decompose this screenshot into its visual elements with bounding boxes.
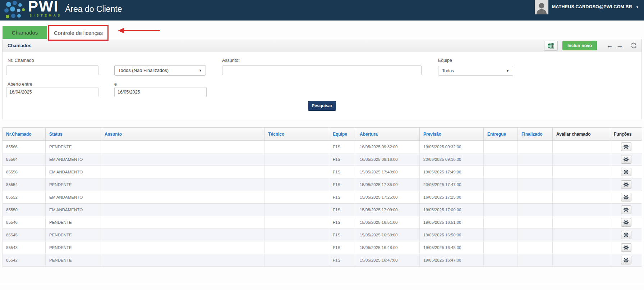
tab-chamados[interactable]: Chamados (3, 26, 47, 39)
cell-entregue (484, 153, 518, 166)
cell-avaliar-chamado (553, 241, 610, 254)
svg-text:x: x (548, 44, 550, 47)
cell-previsao: 19/05/2025 16:50:00 (420, 229, 484, 241)
row-actions-button[interactable] (621, 205, 631, 214)
cell-status: PENDENTE (46, 241, 101, 254)
date-to-input[interactable] (114, 87, 207, 97)
row-actions-button[interactable] (621, 142, 631, 151)
col-assunto[interactable]: Assunto (101, 128, 264, 141)
cell-nr-chamado: 85546 (3, 216, 46, 229)
cell-previsao: 16/05/2025 17:25:00 (420, 191, 484, 204)
cell-previsao: 20/05/2025 09:16:00 (420, 153, 484, 166)
col-funcoes: Funções (610, 128, 642, 141)
cell-previsao: 19/05/2025 16:51:00 (420, 216, 484, 229)
cell-abertura: 15/05/2025 16:50:00 (356, 229, 420, 241)
table-row: 85554 PENDENTE F1S 15/05/2025 17:35:00 2… (3, 178, 642, 191)
nr-chamado-label: Nr. Chamado (8, 58, 34, 63)
cell-finalizado (518, 166, 553, 178)
gear-icon (624, 144, 629, 149)
user-menu[interactable]: MATHEUS.CARDOSO@PWI.COM.BR ▼ (535, 0, 639, 21)
page-bottom-divider (0, 284, 644, 284)
cell-nr-chamado: 85552 (3, 191, 46, 204)
gear-icon (624, 157, 629, 162)
col-nr-chamado[interactable]: Nr.Chamado (3, 128, 46, 141)
assunto-input[interactable] (222, 65, 422, 75)
row-actions-button[interactable] (621, 243, 631, 252)
cell-entregue (484, 191, 518, 204)
cell-entregue (484, 166, 518, 178)
export-excel-button[interactable]: x (544, 41, 558, 51)
cell-finalizado (518, 141, 553, 153)
col-abertura[interactable]: Abertura (356, 128, 420, 141)
refresh-icon[interactable] (631, 42, 637, 49)
cell-tecnico (264, 241, 329, 254)
cell-status: PENDENTE (46, 216, 101, 229)
cell-entregue (484, 254, 518, 267)
cell-tecnico (264, 191, 329, 204)
cell-equipe: F1S (329, 229, 356, 241)
nr-chamado-input[interactable] (6, 65, 98, 75)
gear-icon (624, 245, 629, 250)
tab-controle-de-licencas[interactable]: Controle de licenças (48, 25, 109, 41)
cell-previsao: 20/05/2025 17:47:00 (420, 178, 484, 191)
cell-nr-chamado: 85550 (3, 204, 46, 216)
cell-status: PENDENTE (46, 178, 101, 191)
cell-abertura: 15/05/2025 17:35:00 (356, 178, 420, 191)
cell-funcoes (610, 141, 642, 153)
row-actions-button[interactable] (621, 180, 631, 189)
col-finalizado[interactable]: Finalizado (518, 128, 553, 141)
arrow-left-icon[interactable]: ← (606, 42, 613, 49)
cell-funcoes (610, 166, 642, 178)
table-row: 85545 PENDENTE F1S 15/05/2025 16:50:00 1… (3, 229, 642, 241)
col-entregue[interactable]: Entregue (484, 128, 518, 141)
cell-equipe: F1S (329, 178, 356, 191)
col-previsao[interactable]: Previsão (420, 128, 484, 141)
cell-assunto (101, 191, 264, 204)
gear-icon (624, 182, 629, 187)
table-row: 85566 PENDENTE F1S 16/05/2025 09:32:00 1… (3, 141, 642, 153)
row-actions-button[interactable] (621, 155, 631, 164)
chevron-down-icon: ▼ (506, 69, 509, 73)
panel-header: Chamados x Incluir novo ← → (2, 39, 642, 52)
row-actions-button[interactable] (621, 231, 631, 239)
equipe-select[interactable]: Todos ▼ (438, 66, 513, 76)
page-title: Área do Cliente (65, 4, 122, 14)
cell-equipe: F1S (329, 254, 356, 267)
cell-nr-chamado: 85543 (3, 241, 46, 254)
gear-icon (624, 195, 629, 200)
cell-tecnico (264, 204, 329, 216)
gear-icon (624, 169, 629, 175)
cell-assunto (101, 178, 264, 191)
pesquisar-button[interactable]: Pesquisar (308, 101, 336, 111)
cell-tecnico (264, 216, 329, 229)
cell-entregue (484, 216, 518, 229)
cell-finalizado (518, 153, 553, 166)
gear-icon (624, 258, 629, 263)
aberto-entre-label: Aberto entre (8, 82, 32, 87)
row-actions-button[interactable] (621, 218, 631, 227)
excel-icon: x (548, 43, 554, 49)
user-avatar-icon (535, 0, 548, 14)
cell-avaliar-chamado (553, 141, 610, 153)
cell-abertura: 15/05/2025 16:47:00 (356, 254, 420, 267)
col-tecnico[interactable]: Técnico (264, 128, 329, 141)
date-from-input[interactable] (6, 87, 98, 97)
panel-toolbar: x Incluir novo ← → (544, 41, 637, 51)
cell-finalizado (518, 229, 553, 241)
col-status[interactable]: Status (46, 128, 101, 141)
row-actions-button[interactable] (621, 256, 631, 264)
row-actions-button[interactable] (621, 193, 631, 201)
arrow-right-icon[interactable]: → (616, 42, 623, 49)
col-equipe[interactable]: Equipe (329, 128, 356, 141)
cell-assunto (101, 141, 264, 153)
caret-down-icon: ▼ (636, 5, 639, 9)
cell-assunto (101, 216, 264, 229)
search-filters-panel: Nr. Chamado Todos (Não Finalizados) ▼ As… (2, 52, 642, 119)
status-select-value: Todos (Não Finalizados) (118, 68, 169, 73)
pwi-logo-icon (4, 1, 27, 21)
incluir-novo-button[interactable]: Incluir novo (562, 41, 597, 50)
status-select[interactable]: Todos (Não Finalizados) ▼ (114, 65, 206, 76)
row-actions-button[interactable] (621, 168, 631, 176)
assunto-label: Assunto: (222, 58, 240, 63)
cell-abertura: 15/05/2025 16:51:00 (356, 216, 420, 229)
